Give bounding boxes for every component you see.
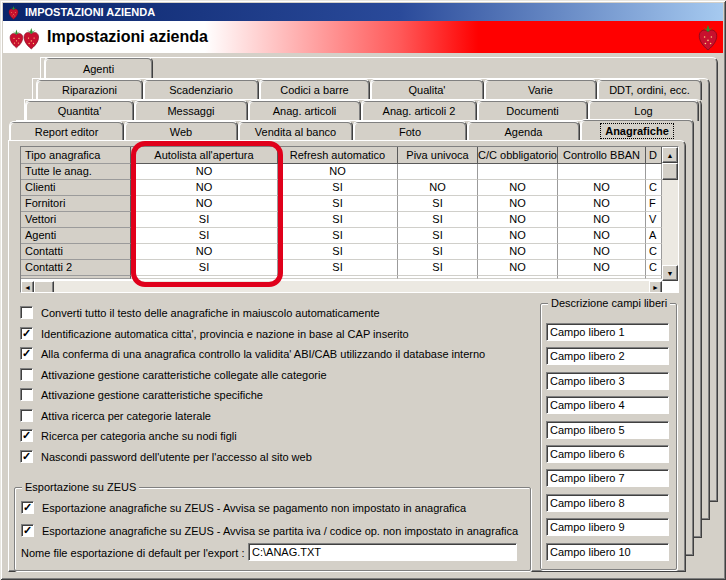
tab-codici-a-barre[interactable]: Codici a barre: [259, 79, 370, 100]
grid-cell[interactable]: V: [646, 212, 662, 228]
grid-cell[interactable]: Fornitori: [21, 196, 131, 212]
grid-cell[interactable]: SI: [131, 228, 278, 244]
table-row[interactable]: Tutte le anag.NONO: [21, 164, 678, 180]
column-header-tipo-anagrafica[interactable]: Tipo anagrafica: [21, 147, 131, 164]
grid-cell[interactable]: NO: [131, 180, 278, 196]
grid-cell[interactable]: SI: [131, 276, 278, 279]
tab-agenda[interactable]: Agenda: [467, 121, 580, 141]
grid-cell[interactable]: [646, 164, 662, 180]
tab-anagrafiche[interactable]: Anagrafiche: [580, 119, 694, 142]
grid-cell[interactable]: NO: [398, 180, 478, 196]
grid-cell[interactable]: SI: [398, 196, 478, 212]
tab-vendita-al-banco[interactable]: Vendita al banco: [238, 121, 353, 141]
grid-cell[interactable]: NO: [398, 276, 478, 279]
campo-libero-input-7[interactable]: [546, 469, 669, 487]
column-header-refresh-automatico[interactable]: Refresh automatico: [278, 147, 398, 164]
table-row[interactable]: ClientiNOSINONONOC: [21, 180, 678, 196]
table-row[interactable]: VettoriSISISINONOV: [21, 212, 678, 228]
grid-cell[interactable]: Vettori: [21, 212, 131, 228]
grid-cell[interactable]: SI: [278, 244, 398, 260]
grid-cell[interactable]: NO: [131, 196, 278, 212]
tab-web[interactable]: Web: [124, 121, 238, 141]
grid-cell[interactable]: SI: [398, 244, 478, 260]
tab-documenti[interactable]: Documenti: [477, 100, 588, 121]
checkbox-nascondi-password-dell-utente-[interactable]: ✓: [20, 450, 33, 463]
grid-cell[interactable]: Clienti: [21, 180, 131, 196]
grid-cell[interactable]: [478, 164, 558, 180]
grid-cell[interactable]: NO: [558, 228, 646, 244]
grid-cell[interactable]: NO: [478, 196, 558, 212]
grid-cell[interactable]: SI: [278, 180, 398, 196]
grid-cell[interactable]: SI: [131, 260, 278, 276]
checkbox-attivazione-gestione-caratteri[interactable]: [20, 388, 33, 401]
scroll-right-button[interactable]: ►: [649, 281, 662, 293]
campo-libero-input-5[interactable]: [546, 421, 669, 439]
scroll-down-button[interactable]: ▼: [662, 265, 678, 281]
grid-vertical-scrollbar[interactable]: ▲ ▼: [662, 147, 678, 281]
grid-cell[interactable]: [646, 276, 662, 279]
grid-cell[interactable]: SI: [278, 276, 398, 279]
zeus-checkbox-1[interactable]: ✓: [21, 501, 34, 514]
grid-cell[interactable]: C: [646, 244, 662, 260]
vertical-scroll-thumb[interactable]: [662, 163, 678, 180]
grid-cell[interactable]: Dipendenti: [21, 276, 131, 279]
grid-cell[interactable]: C: [646, 180, 662, 196]
grid-cell[interactable]: NO: [478, 276, 558, 279]
grid-cell[interactable]: [558, 164, 646, 180]
table-row[interactable]: DipendentiSISINONONO: [21, 276, 678, 279]
grid-cell[interactable]: Contatti: [21, 244, 131, 260]
grid-cell[interactable]: NO: [478, 260, 558, 276]
checkbox-attiva-ricerca-per-categorie-l[interactable]: [20, 409, 33, 422]
campo-libero-input-6[interactable]: [546, 445, 669, 463]
grid-cell[interactable]: NO: [558, 196, 646, 212]
tab-log[interactable]: Log: [588, 100, 699, 121]
tab-varie[interactable]: Varie: [484, 79, 597, 100]
tab-report-editor[interactable]: Report editor: [9, 121, 124, 141]
checkbox-ricerca-per-categoria-anche-su[interactable]: ✓: [20, 429, 33, 442]
grid-cell[interactable]: C: [646, 260, 662, 276]
grid-cell[interactable]: Contatti 2: [21, 260, 131, 276]
grid-cell[interactable]: NO: [131, 244, 278, 260]
table-row[interactable]: AgentiSISISINONOA: [21, 228, 678, 244]
campo-libero-input-8[interactable]: [546, 494, 669, 512]
tab-messaggi[interactable]: Messaggi: [134, 100, 248, 121]
grid-cell[interactable]: SI: [278, 228, 398, 244]
grid-cell[interactable]: Agenti: [21, 228, 131, 244]
grid-cell[interactable]: NO: [131, 164, 278, 180]
grid-cell[interactable]: Tutte le anag.: [21, 164, 131, 180]
grid-cell[interactable]: NO: [478, 180, 558, 196]
grid-cell[interactable]: SI: [278, 196, 398, 212]
tab-ddt-ordini-ecc[interactable]: DDT, ordini, ecc.: [597, 79, 702, 100]
tab-anag-articoli[interactable]: Anag. articoli: [248, 100, 361, 121]
zeus-checkbox-2[interactable]: ✓: [21, 524, 34, 537]
export-file-input[interactable]: [248, 543, 517, 561]
grid-cell[interactable]: SI: [398, 260, 478, 276]
grid-cell[interactable]: NO: [558, 180, 646, 196]
table-row[interactable]: Contatti 2SISISINONOC: [21, 260, 678, 276]
campo-libero-input-10[interactable]: [546, 543, 669, 561]
checkbox-attivazione-gestione-caratteri[interactable]: [20, 368, 33, 381]
column-header-c-c-obbligatorio[interactable]: C/C obbligatorio: [478, 147, 558, 164]
grid-cell[interactable]: SI: [278, 212, 398, 228]
tab-qualita[interactable]: Qualita': [370, 79, 484, 100]
checkbox-converti-tutto-il-testo-delle-[interactable]: [20, 306, 33, 319]
grid-cell[interactable]: SI: [398, 228, 478, 244]
grid-cell[interactable]: NO: [478, 244, 558, 260]
campo-libero-input-1[interactable]: [546, 323, 669, 341]
grid-cell[interactable]: F: [646, 196, 662, 212]
grid-cell[interactable]: NO: [478, 228, 558, 244]
grid-cell[interactable]: SI: [398, 212, 478, 228]
campo-libero-input-9[interactable]: [546, 518, 669, 536]
tab-quantita[interactable]: Quantita': [25, 100, 134, 121]
campo-libero-input-4[interactable]: [546, 396, 669, 414]
table-row[interactable]: FornitoriNOSISINONOF: [21, 196, 678, 212]
grid-horizontal-scrollbar[interactable]: ◄ ►: [21, 281, 662, 293]
grid-cell[interactable]: NO: [558, 260, 646, 276]
scroll-left-button[interactable]: ◄: [21, 281, 34, 293]
column-header-autolista-all-apertura[interactable]: Autolista all'apertura: [131, 147, 278, 164]
grid-cell[interactable]: NO: [558, 276, 646, 279]
tab-agenti[interactable]: Agenti: [44, 57, 153, 79]
column-header-piva-univoca[interactable]: Piva univoca: [398, 147, 478, 164]
checkbox-identificazione-automatica-cit[interactable]: ✓: [20, 327, 33, 340]
table-row[interactable]: ContattiNOSISINONOC: [21, 244, 678, 260]
